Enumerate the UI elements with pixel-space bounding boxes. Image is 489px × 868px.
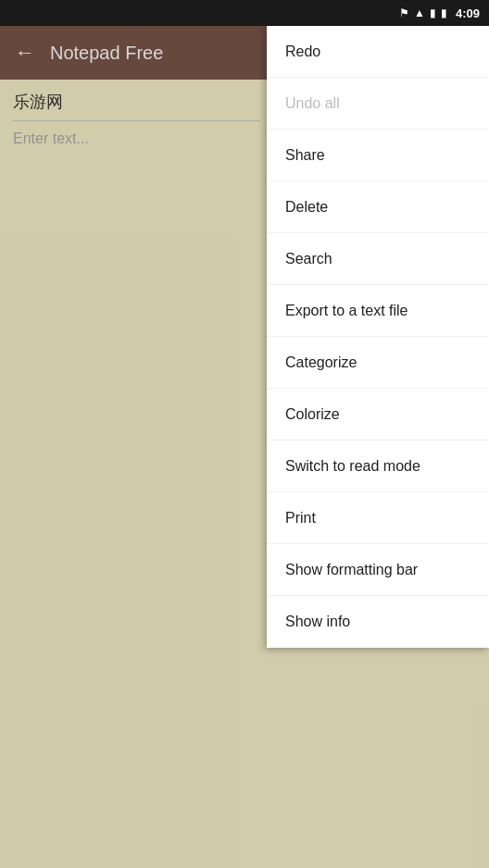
menu-item-export-text[interactable]: Export to a text file [267,285,489,337]
menu-item-search[interactable]: Search [267,233,489,285]
status-bar: ⚑ ▲ ▮ ▮ 4:09 [0,0,489,26]
menu-item-redo[interactable]: Redo [267,26,489,78]
status-time: 4:09 [456,6,480,20]
wifi-icon: ▲ [414,6,425,19]
menu-item-undo-all: Undo all [267,78,489,130]
battery-icon: ▮ [441,6,447,19]
menu-item-delete[interactable]: Delete [267,181,489,233]
menu-item-show-info[interactable]: Show info [267,596,489,648]
menu-item-show-formatting-bar[interactable]: Show formatting bar [267,544,489,596]
menu-item-colorize[interactable]: Colorize [267,389,489,440]
location-icon: ⚑ [399,6,409,19]
menu-item-categorize[interactable]: Categorize [267,337,489,389]
battery-alert-icon: ▮ [430,6,436,19]
dropdown-menu: RedoUndo allShareDeleteSearchExport to a… [267,26,489,648]
menu-item-print[interactable]: Print [267,492,489,544]
status-icons: ⚑ ▲ ▮ ▮ 4:09 [399,6,480,20]
menu-item-switch-read-mode[interactable]: Switch to read mode [267,440,489,492]
menu-item-share[interactable]: Share [267,130,489,181]
